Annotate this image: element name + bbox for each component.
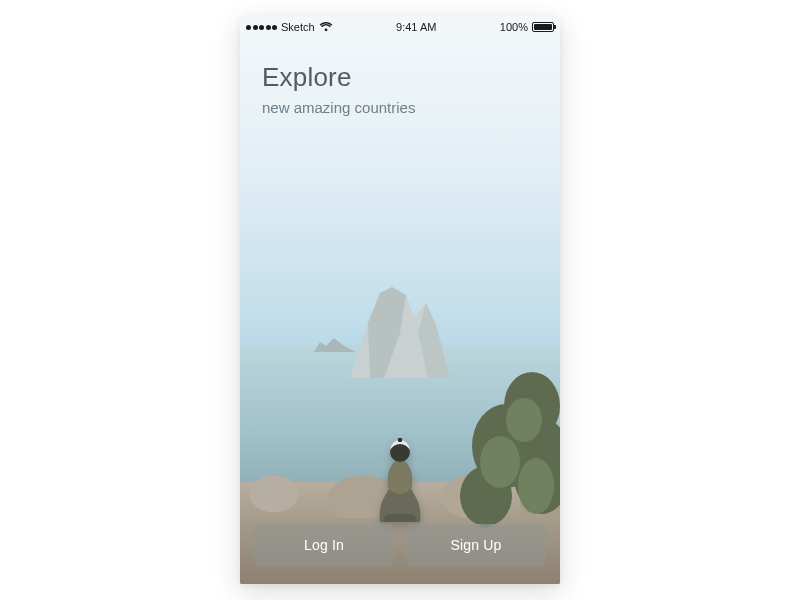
svg-rect-8 xyxy=(398,438,402,442)
carrier-label: Sketch xyxy=(281,21,315,33)
headline-title: Explore xyxy=(262,62,538,93)
headline-subtitle: new amazing countries xyxy=(262,99,538,116)
signup-button[interactable]: Sign Up xyxy=(406,524,546,566)
main-island xyxy=(340,283,460,378)
wifi-icon xyxy=(319,22,333,32)
status-bar: Sketch 9:41 AM 100% xyxy=(240,16,560,36)
seated-person xyxy=(364,432,436,524)
headline: Explore new amazing countries xyxy=(262,62,538,116)
svg-point-4 xyxy=(506,398,542,442)
status-bar-left: Sketch xyxy=(246,21,333,33)
auth-button-row: Log In Sign Up xyxy=(254,524,546,566)
battery-icon xyxy=(532,22,554,32)
svg-point-6 xyxy=(518,458,554,514)
battery-percentage: 100% xyxy=(500,21,528,33)
signal-strength-icon xyxy=(246,25,277,30)
bush xyxy=(446,366,560,526)
login-button[interactable]: Log In xyxy=(254,524,394,566)
phone-screen: Sketch 9:41 AM 100% Explore new amazing … xyxy=(240,16,560,584)
svg-point-5 xyxy=(480,436,520,488)
status-bar-right: 100% xyxy=(500,21,554,33)
status-bar-time: 9:41 AM xyxy=(396,21,436,33)
